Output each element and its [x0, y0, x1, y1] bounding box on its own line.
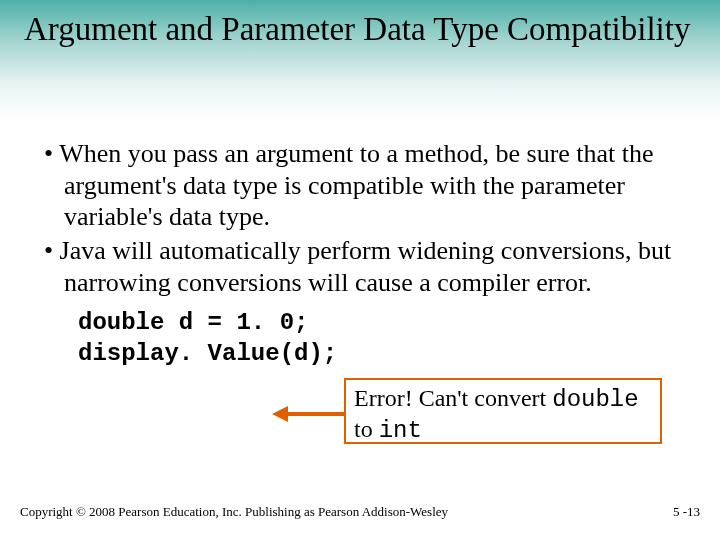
error-text-mid: to — [354, 416, 379, 442]
code-block: double d = 1. 0; display. Value(d); — [78, 307, 690, 369]
slide-title: Argument and Parameter Data Type Compati… — [24, 10, 696, 50]
copyright-text: Copyright © 2008 Pearson Education, Inc.… — [20, 504, 448, 520]
error-callout: Error! Can't convert double to int — [344, 378, 662, 444]
code-line: double d = 1. 0; — [78, 307, 690, 338]
code-line: display. Value(d); — [78, 338, 690, 369]
page-number: 5 -13 — [673, 504, 700, 520]
bullet-list: When you pass an argument to a method, b… — [30, 138, 690, 299]
type-double: double — [552, 386, 638, 413]
arrow-left-icon — [272, 404, 344, 424]
error-text: Error! Can't convert — [354, 385, 552, 411]
slide-footer: Copyright © 2008 Pearson Education, Inc.… — [20, 504, 700, 520]
slide-header: Argument and Parameter Data Type Compati… — [0, 0, 720, 120]
svg-marker-1 — [272, 406, 288, 422]
bullet-item: When you pass an argument to a method, b… — [30, 138, 690, 233]
type-int: int — [379, 417, 422, 444]
slide-content: When you pass an argument to a method, b… — [0, 120, 720, 369]
bullet-item: Java will automatically perform widening… — [30, 235, 690, 298]
